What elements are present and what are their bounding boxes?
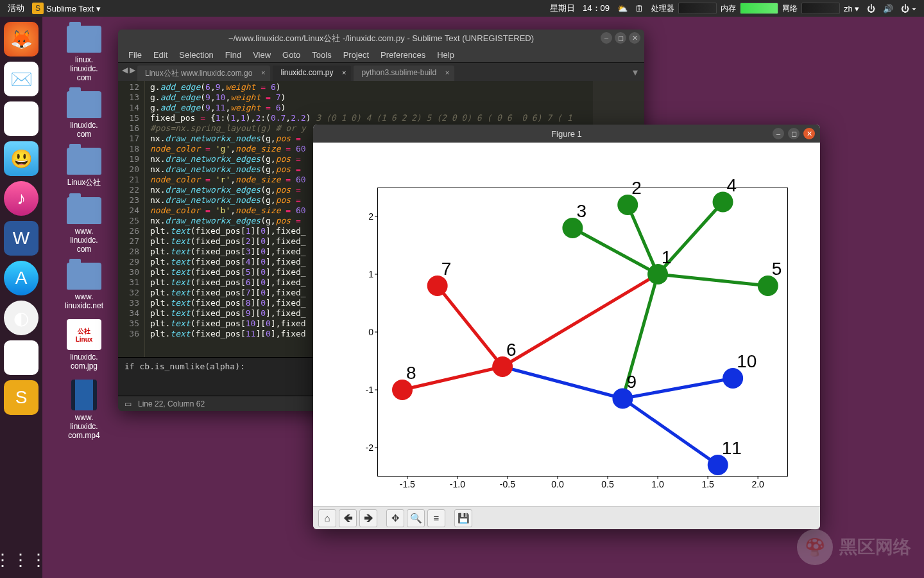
maximize-icon[interactable]: ◻	[615, 32, 626, 44]
menu-project[interactable]: Project	[338, 49, 374, 61]
dock-word[interactable]: W	[4, 221, 38, 256]
desktop-icon-label: www. linuxidc. com	[55, 227, 113, 254]
graph-edge	[622, 399, 717, 466]
code-line[interactable]: g.add_edge(9,11,weight = 6)	[150, 103, 644, 113]
minimize-icon[interactable]: –	[773, 128, 784, 139]
tab-close-icon[interactable]: ×	[445, 69, 449, 76]
folder-icon	[67, 91, 101, 118]
cpu-graph[interactable]	[678, 3, 717, 14]
code-line[interactable]: fixed_pos = {1:(1,1),2:(0.7,2.2) 3 (0 1 …	[150, 113, 644, 123]
dock-ubuntu[interactable]: ◐	[4, 301, 38, 335]
dock-sublime[interactable]: S	[4, 380, 38, 415]
tab-close-icon[interactable]: ×	[342, 69, 346, 76]
code-line[interactable]: g.add_edge(6,9,weight = 6)	[150, 82, 644, 92]
volume-icon[interactable]: 🔊	[879, 4, 897, 13]
x-tick-label: -1.5	[400, 479, 415, 489]
show-applications[interactable]: ⋮⋮⋮	[0, 550, 48, 570]
close-icon[interactable]: ✕	[629, 32, 640, 44]
back-icon[interactable]: 🡸	[339, 509, 357, 527]
maximize-icon[interactable]: ◻	[788, 128, 800, 139]
save-icon[interactable]: 💾	[454, 509, 472, 527]
menu-view[interactable]: View	[248, 49, 276, 61]
desktop-icon[interactable]: Linux公社	[55, 148, 113, 188]
status-icon: ▭	[124, 399, 132, 408]
pan-icon[interactable]: ✥	[386, 509, 404, 527]
forward-icon[interactable]: 🡺	[359, 509, 377, 527]
line-number: 21	[118, 175, 139, 185]
menu-edit[interactable]: Edit	[148, 49, 173, 61]
line-number: 12	[118, 82, 139, 92]
tab[interactable]: python3.sublime-build×	[354, 66, 454, 81]
desktop-icon[interactable]: 公社Linuxlinuxidc. com.jpg	[55, 319, 113, 371]
dock-appstore[interactable]: A	[4, 261, 38, 295]
y-tick-label: 1	[368, 269, 373, 279]
x-tick-label: 0.5	[601, 479, 613, 489]
app-menu[interactable]: S Sublime Text ▾	[28, 3, 105, 14]
net-indicator-label: 网络	[778, 3, 801, 14]
menu-goto[interactable]: Goto	[277, 49, 305, 61]
menu-preferences[interactable]: Preferences	[375, 49, 431, 61]
line-number: 28	[118, 247, 139, 257]
menu-tools[interactable]: Tools	[307, 49, 336, 61]
minimize-icon[interactable]: –	[601, 32, 612, 44]
line-number: 13	[118, 92, 139, 103]
close-icon[interactable]: ✕	[803, 128, 815, 139]
desktop-icon[interactable]: www. linuxidc. com	[55, 197, 113, 254]
desktop-icon-label: www. linuxidc.net	[55, 292, 113, 310]
weather-icon[interactable]: ⛅	[613, 4, 631, 13]
line-number: 31	[118, 277, 139, 288]
tab[interactable]: Linux公社 www.linuxidc.com.go×	[137, 66, 270, 81]
dock-mail[interactable]: ✉️	[4, 62, 38, 96]
line-number: 30	[118, 267, 139, 277]
desktop-icon[interactable]: linux. linuxidc. com	[55, 26, 113, 82]
zoom-icon[interactable]: 🔍	[407, 509, 425, 527]
desktop-icon[interactable]: www. linuxidc. com.mp4	[55, 380, 113, 440]
activities-button[interactable]: 活动	[4, 3, 28, 14]
node-label: 3	[576, 202, 586, 220]
plot-svg	[377, 188, 788, 477]
configure-icon[interactable]: ≡	[427, 509, 445, 527]
graph-edge	[402, 367, 502, 390]
code-line[interactable]: g.add_edge(9,10,weight = 7)	[150, 92, 644, 103]
folder-icon	[67, 148, 101, 175]
tab-close-icon[interactable]: ×	[261, 69, 265, 76]
line-number: 14	[118, 103, 139, 113]
menu-find[interactable]: Find	[220, 49, 246, 61]
dock-tools[interactable]: 🛠	[4, 101, 38, 136]
desktop-icon-label: www. linuxidc. com.mp4	[55, 413, 113, 440]
figure-titlebar[interactable]: Figure 1 – ◻ ✕	[313, 125, 820, 143]
menu-file[interactable]: File	[123, 49, 147, 61]
sublime-titlebar[interactable]: ~/www.linuxidc.com/Linux公社 -/linuxidc.co…	[118, 30, 644, 48]
tab-overflow-icon[interactable]: ▾	[626, 64, 644, 81]
desktop-icons: linux. linuxidc. comlinuxidc. comLinux公社…	[55, 26, 113, 449]
node-label: 8	[406, 364, 416, 382]
mem-graph[interactable]	[740, 3, 778, 14]
tab-label: Linux公社 www.linuxidc.com.go	[145, 69, 252, 78]
input-source[interactable]: zh ▾	[840, 4, 863, 13]
home-icon[interactable]: ⌂	[318, 509, 336, 527]
dock-finder[interactable]: 😃	[4, 141, 38, 176]
x-tick-label: -1.0	[450, 479, 465, 489]
x-tick-label: 1.5	[701, 479, 714, 489]
a11y-icon[interactable]: ⏻	[863, 4, 879, 13]
clock-day[interactable]: 星期日	[546, 3, 579, 14]
line-number: 29	[118, 257, 139, 267]
clock-time[interactable]: 14：09	[579, 3, 613, 14]
menu-help[interactable]: Help	[432, 49, 459, 61]
notification-icon[interactable]: 🗓	[631, 4, 647, 13]
dock-music[interactable]: ♪	[4, 181, 38, 216]
power-icon[interactable]: ⏻ ▾	[897, 4, 920, 13]
line-number: 35	[118, 319, 139, 329]
matplotlib-toolbar: ⌂ 🡸 🡺 ✥ 🔍 ≡ 💾	[313, 506, 820, 529]
net-graph[interactable]	[801, 3, 840, 14]
line-number: 22	[118, 185, 139, 195]
dock-firefox[interactable]: 🦊	[4, 22, 38, 57]
desktop-icon[interactable]: www. linuxidc.net	[55, 263, 113, 310]
folder-icon	[67, 26, 101, 53]
watermark: 🍄 黑区网络	[797, 529, 911, 565]
figure-canvas[interactable]: 1234567891011-2-1012-1.5-1.0-0.50.00.51.…	[313, 143, 820, 506]
menu-selection[interactable]: Selection	[174, 49, 218, 61]
desktop-icon[interactable]: linuxidc. com	[55, 91, 113, 139]
dock-amazon[interactable]: a	[4, 340, 38, 375]
tab[interactable]: linuxidc.com.py×	[273, 66, 351, 81]
